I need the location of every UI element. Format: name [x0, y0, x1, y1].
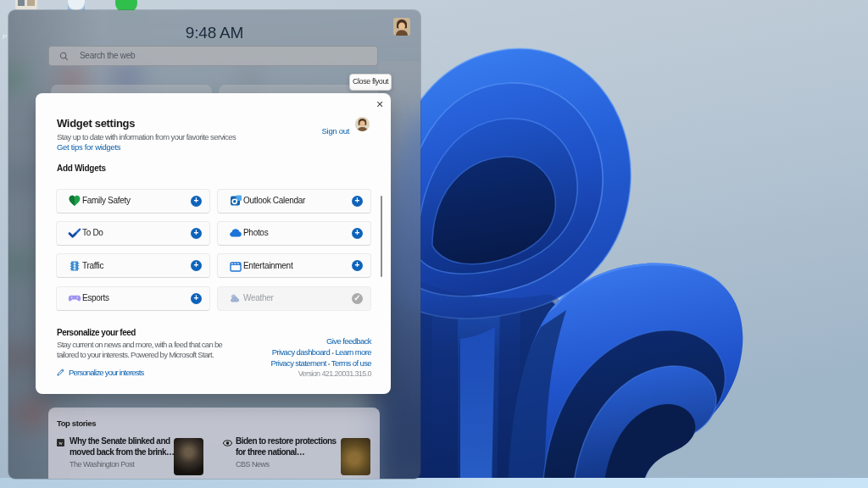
- svg-text:P: P: [3, 33, 7, 41]
